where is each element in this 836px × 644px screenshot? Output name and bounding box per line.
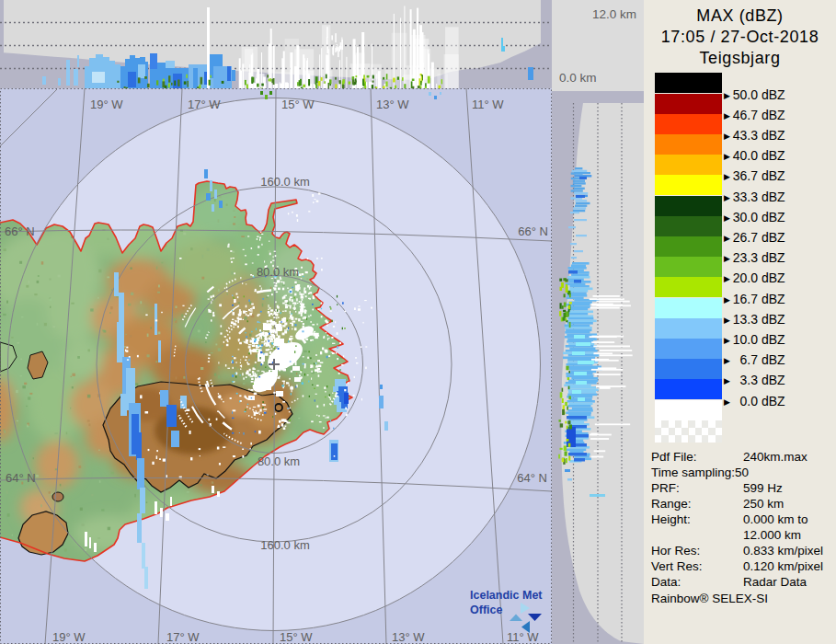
svg-text:80.0 km: 80.0 km <box>258 454 300 468</box>
svg-text:19° W: 19° W <box>52 630 86 644</box>
svg-text:Office: Office <box>470 604 502 616</box>
svg-text:13° W: 13° W <box>392 630 425 644</box>
svg-text:17° W: 17° W <box>166 630 200 644</box>
svg-text:160.0 km: 160.0 km <box>260 538 309 552</box>
svg-text:64° N: 64° N <box>6 471 36 485</box>
svg-text:160.0 km: 160.0 km <box>260 175 309 189</box>
svg-text:15° W: 15° W <box>280 630 313 644</box>
svg-text:11° W: 11° W <box>472 98 504 111</box>
svg-text:80.0 km: 80.0 km <box>257 265 299 279</box>
svg-text:64° N: 64° N <box>517 471 547 485</box>
svg-text:11° W: 11° W <box>507 630 539 644</box>
svg-text:15° W: 15° W <box>281 98 315 111</box>
svg-text:19° W: 19° W <box>90 98 123 111</box>
svg-text:17° W: 17° W <box>188 98 221 111</box>
svg-text:Icelandic Met: Icelandic Met <box>470 589 543 602</box>
svg-text:66° N: 66° N <box>5 224 35 238</box>
svg-text:66° N: 66° N <box>518 224 548 238</box>
svg-text:13° W: 13° W <box>376 98 409 111</box>
